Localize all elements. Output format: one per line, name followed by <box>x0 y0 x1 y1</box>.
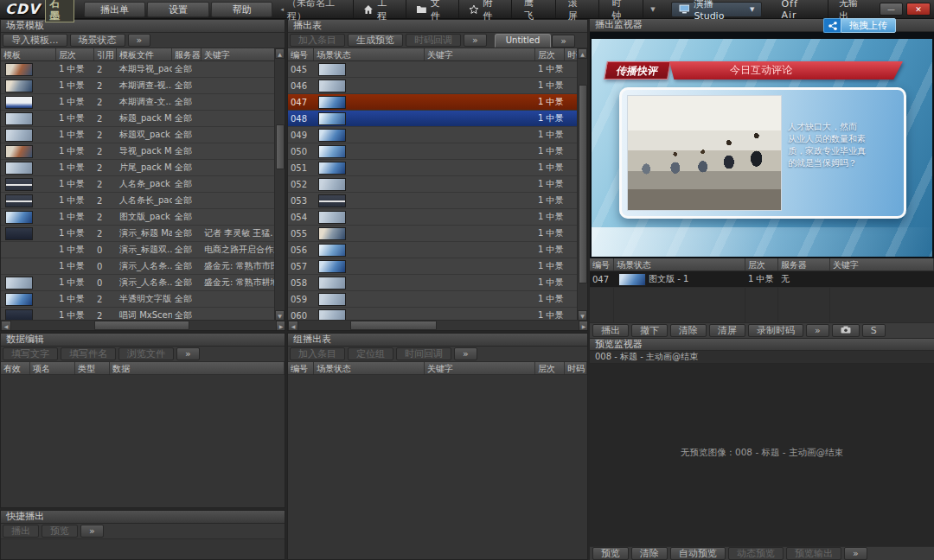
scroll-left-icon[interactable]: ◀ <box>288 321 298 331</box>
playlist-row[interactable]: 0531 中景 <box>288 193 587 209</box>
scroll-up-icon[interactable]: ▲ <box>275 48 285 59</box>
playout-button[interactable]: 清除 <box>670 324 707 337</box>
playout-button[interactable]: 清屏 <box>709 324 745 337</box>
template-row[interactable]: 1 中景2人名条_pack ...全部 <box>1 176 285 193</box>
scene-toolbar-more-button[interactable]: » <box>128 34 151 47</box>
playout-more-button[interactable]: » <box>806 324 829 337</box>
playlist-toolbar-button[interactable]: 生成预览 <box>348 34 403 47</box>
column-header[interactable]: 关键字 <box>202 48 285 60</box>
template-row[interactable]: 1 中景0演示_人名条...全部盛金元: 常熟市市民. <box>1 258 285 275</box>
quick-play-toolbar-button[interactable]: 播出 <box>3 525 39 538</box>
template-row[interactable]: 1 中景2图文版_pack ...全部 <box>1 209 285 226</box>
playlist-row[interactable]: 0471 中景 <box>288 94 587 111</box>
column-header[interactable]: 类型 <box>75 362 110 374</box>
template-row[interactable]: 1 中景2本期调查-视...全部 <box>1 78 285 94</box>
preview-button[interactable]: 预览 <box>592 547 629 560</box>
scroll-thumb[interactable] <box>94 321 189 330</box>
template-row[interactable]: 1 中景2本期导视_pac...全部 <box>1 61 285 78</box>
scene-template-hscrollbar[interactable]: ◀ ▶ <box>1 320 285 330</box>
data-edit-toolbar-button[interactable]: 填写文字 <box>3 347 58 360</box>
preview-button[interactable]: 动态预览 <box>728 547 784 560</box>
scroll-right-icon[interactable]: ▶ <box>276 321 285 331</box>
template-row[interactable]: 1 中景2人名条长_pac...全部 <box>1 193 285 209</box>
playlist-row[interactable]: 0451 中景 <box>288 61 587 78</box>
playlist-row[interactable]: 0571 中景 <box>288 258 587 275</box>
column-header[interactable]: 层次 <box>535 48 565 60</box>
scroll-right-icon[interactable]: ▶ <box>579 321 588 331</box>
menu-help-button[interactable]: 帮助 <box>211 2 273 17</box>
template-row[interactable]: 1 中景2导视_pack Ma...全部 <box>1 143 285 160</box>
template-row[interactable]: 1 中景2标题双_pack ...全部 <box>1 127 285 143</box>
tools-dropdown-icon[interactable]: ▼ <box>643 0 662 18</box>
close-button[interactable]: ✕ <box>906 3 931 16</box>
playlist-row[interactable]: 0591 中景 <box>288 291 587 308</box>
file-button[interactable]: 文件 <box>406 0 459 18</box>
column-header[interactable]: 编号 <box>288 48 314 60</box>
preview-button[interactable]: 预览输出 <box>786 547 841 560</box>
column-header[interactable]: 服务器 <box>778 258 830 270</box>
template-row[interactable]: 1 中景2标题_pack Ma...全部 <box>1 111 285 127</box>
column-header[interactable]: 层次 <box>535 362 565 374</box>
playlist-toolbar-more-button[interactable]: » <box>464 34 487 47</box>
scene-toolbar-button[interactable]: 导入模板... <box>3 34 67 47</box>
template-row[interactable]: 1 中景2本期调查-文...全部 <box>1 94 285 111</box>
column-header[interactable]: 服务器 <box>172 48 202 60</box>
rollscreen-button[interactable]: 滚屏 <box>555 0 599 18</box>
column-header[interactable]: 场景状态 <box>314 362 425 374</box>
column-header[interactable]: 编号 <box>590 258 614 270</box>
group-toolbar-more-button[interactable]: » <box>454 347 477 360</box>
scroll-thumb[interactable] <box>579 85 587 283</box>
scene-toolbar-button[interactable]: 场景状态 <box>70 34 125 47</box>
playlist-row[interactable]: 0541 中景 <box>288 209 587 226</box>
menu-settings-button[interactable]: 设置 <box>147 2 209 17</box>
template-row[interactable]: 1 中景0演示_标题双...全部电商之路开启合作之旅 <box>1 242 285 258</box>
column-header[interactable]: 场景状态 <box>614 258 745 270</box>
template-row[interactable]: 1 中景0演示_人名条...全部盛金元: 常熟市耕地质量 <box>1 275 285 291</box>
column-header[interactable]: 场景状态 <box>314 48 425 60</box>
playout-button[interactable]: 录制时码 <box>748 324 803 337</box>
quick-play-toolbar-more-button[interactable]: » <box>80 525 104 538</box>
menu-playlist-button[interactable]: 播出单 <box>84 2 146 17</box>
column-header[interactable]: 关键字 <box>425 362 535 374</box>
column-header[interactable]: 数据 <box>110 362 285 374</box>
template-row[interactable]: 1 中景2半透明文字版.全部 <box>1 291 285 308</box>
preview-button[interactable]: 清除 <box>631 547 668 560</box>
on-air-item-row[interactable]: 047 图文版 - 1 1 中景 无 <box>590 271 934 288</box>
drag-upload-button[interactable]: 拖拽上传 <box>823 18 896 33</box>
attachment-button[interactable]: 附件 <box>458 0 511 18</box>
column-header[interactable]: 项名 <box>30 362 75 374</box>
quick-play-toolbar-button[interactable]: 预览 <box>42 525 78 538</box>
scroll-up-icon[interactable]: ▲ <box>578 48 587 59</box>
playlist-tab-untitled[interactable]: Untitled <box>495 34 552 48</box>
playlist-vscrollbar[interactable]: ▲ ▼ <box>577 48 587 321</box>
snapshot-s-button[interactable]: S <box>862 324 886 337</box>
playlist-row[interactable]: 0521 中景 <box>288 176 587 193</box>
playlist-row[interactable]: 0491 中景 <box>288 127 587 143</box>
snapshot-camera-button[interactable] <box>832 324 860 337</box>
preview-button[interactable]: 自动预览 <box>670 547 726 560</box>
data-edit-toolbar-button[interactable]: 填写件名 <box>61 347 116 360</box>
template-row[interactable]: 1 中景2片尾_pack Ma...全部 <box>1 160 285 176</box>
scroll-thumb[interactable] <box>276 124 285 169</box>
playlist-row[interactable]: 0511 中景 <box>288 160 587 176</box>
column-header[interactable]: 关键字 <box>425 48 535 60</box>
playlist-row[interactable]: 0461 中景 <box>288 78 587 94</box>
playout-button[interactable]: 播出 <box>592 324 629 337</box>
studio-selector[interactable]: 演播 Studio ▼ <box>671 2 763 17</box>
column-header[interactable]: 有效 <box>1 362 30 374</box>
column-header[interactable]: 模板文件 <box>117 48 172 60</box>
column-header[interactable]: 层次 <box>745 258 778 270</box>
column-header[interactable]: 时码 <box>565 362 587 374</box>
playlist-row[interactable]: 0561 中景 <box>288 242 587 258</box>
playlist-row[interactable]: 0601 中景 <box>288 308 587 321</box>
column-header[interactable]: 层次 <box>56 48 94 60</box>
playlist-toolbar-button[interactable]: 时码回调 <box>406 34 461 47</box>
minimize-button[interactable]: — <box>880 3 904 16</box>
column-header[interactable]: 编号 <box>288 362 314 374</box>
playlist-row[interactable]: 0581 中景 <box>288 275 587 291</box>
preview-more-button[interactable]: » <box>844 547 867 560</box>
playlist-row[interactable]: 0551 中景 <box>288 226 587 242</box>
column-header[interactable]: 关键字 <box>830 258 934 270</box>
clock-button[interactable]: 时钟 <box>598 0 643 18</box>
playlist-hscrollbar[interactable]: ◀ ▶ <box>288 320 588 330</box>
